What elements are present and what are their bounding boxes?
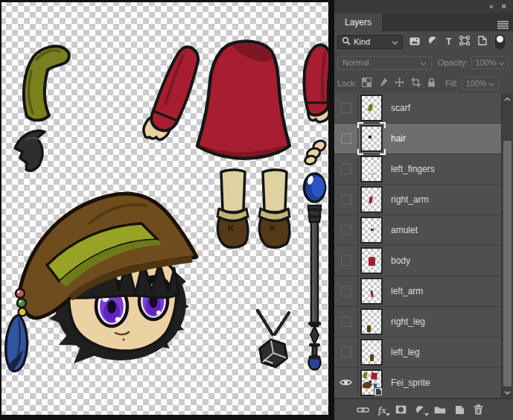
- layer-name[interactable]: left_leg: [391, 347, 420, 357]
- visibility-toggle[interactable]: [334, 185, 358, 214]
- visibility-toggle[interactable]: [334, 246, 358, 276]
- layer-thumbnail[interactable]: [360, 308, 383, 335]
- layer-name[interactable]: right_leg: [391, 316, 425, 327]
- new-adjustment-layer-icon[interactable]: [415, 405, 425, 415]
- filter-kind-dropdown[interactable]: Kind: [337, 35, 403, 49]
- visibility-toggle[interactable]: [334, 307, 358, 337]
- fill-value: 100%: [465, 79, 486, 88]
- eye-icon: [340, 376, 352, 389]
- canvas-border-top: [0, 0, 334, 2]
- layer-row-amulet[interactable]: amulet: [334, 215, 501, 246]
- scroll-up-icon[interactable]: [502, 94, 513, 104]
- lock-all-icon[interactable]: [427, 77, 436, 90]
- lock-transparent-pixels-icon[interactable]: [362, 77, 372, 90]
- layer-thumbnail[interactable]: [360, 186, 383, 213]
- smart-objects-filter-icon[interactable]: [478, 35, 487, 48]
- chevron-down-icon: [498, 58, 505, 67]
- photoshop-workspace: « ✕ Layers Kind: [0, 0, 513, 420]
- add-layer-mask-icon[interactable]: [395, 405, 407, 414]
- visibility-toggle[interactable]: [334, 276, 358, 306]
- layer-name[interactable]: left_fingers: [391, 164, 435, 174]
- hair-tuft-art: [15, 131, 45, 171]
- visibility-toggle[interactable]: [334, 154, 358, 184]
- adjustment-layers-filter-icon[interactable]: [428, 35, 438, 48]
- lock-artboard-nesting-icon[interactable]: [411, 77, 421, 90]
- layer-row-scarf[interactable]: scarf: [334, 93, 501, 124]
- panel-tabbar: Layers: [334, 13, 513, 31]
- fingers-art: [304, 139, 327, 166]
- type-layers-filter-icon[interactable]: T: [446, 37, 451, 46]
- left-arm-art: [144, 47, 198, 139]
- layer-styles-icon[interactable]: fx: [378, 405, 386, 415]
- layer-row-left-leg[interactable]: left_leg: [334, 337, 501, 368]
- filter-kind-label: Kind: [354, 37, 370, 46]
- lock-image-pixels-icon[interactable]: [378, 77, 388, 90]
- layer-thumbnail[interactable]: [360, 278, 383, 305]
- chevron-down-icon: [420, 58, 427, 67]
- scarf-art: [24, 46, 69, 120]
- tab-layers-label: Layers: [345, 17, 372, 28]
- canvas-border-left: [0, 0, 1, 420]
- layer-thumbnail[interactable]: [360, 339, 383, 366]
- visibility-toggle[interactable]: [334, 124, 358, 153]
- shape-layers-filter-icon[interactable]: [459, 35, 470, 48]
- visibility-toggle[interactable]: [334, 215, 358, 245]
- visibility-off-box: [341, 103, 351, 113]
- new-layer-icon[interactable]: [455, 405, 465, 415]
- thumbnail-select-bracket: [357, 122, 363, 128]
- document-canvas[interactable]: [0, 0, 334, 420]
- visibility-toggle[interactable]: [334, 368, 358, 398]
- dropdown-arrow-icon: [386, 413, 390, 416]
- visibility-off-box: [341, 225, 351, 235]
- fill-input[interactable]: 100%: [462, 77, 499, 90]
- link-layers-icon[interactable]: [357, 407, 369, 413]
- search-icon: [342, 36, 351, 47]
- visibility-off-box: [341, 347, 351, 357]
- pixel-layers-filter-icon[interactable]: [410, 35, 420, 48]
- delete-layer-icon[interactable]: [474, 404, 483, 415]
- close-panel-icon[interactable]: ✕: [501, 3, 507, 10]
- layer-name[interactable]: Fei_sprite: [391, 378, 430, 388]
- layer-name[interactable]: right_arm: [391, 194, 429, 205]
- layer-name[interactable]: body: [391, 255, 410, 266]
- lock-position-icon[interactable]: [395, 77, 404, 90]
- new-group-icon[interactable]: [434, 405, 446, 414]
- layer-thumbnail[interactable]: [360, 156, 383, 182]
- layer-list-scrollbar[interactable]: [501, 93, 513, 398]
- toggle-ball: [497, 36, 503, 42]
- thumbnail-select-bracket: [380, 149, 386, 155]
- collapse-panel-icon[interactable]: «: [489, 3, 494, 10]
- scroll-down-icon[interactable]: [502, 387, 513, 398]
- layer-name[interactable]: amulet: [391, 225, 418, 235]
- layer-row-right-leg[interactable]: right_leg: [334, 307, 501, 337]
- layer-name[interactable]: left_arm: [391, 286, 423, 296]
- tab-layers[interactable]: Layers: [334, 13, 382, 31]
- visibility-off-box: [341, 255, 351, 266]
- layer-row-hair[interactable]: hair: [334, 124, 501, 154]
- layer-thumbnail[interactable]: [360, 125, 383, 152]
- filtering-toggle[interactable]: [495, 34, 505, 49]
- blend-mode-dropdown[interactable]: Normal: [337, 56, 432, 70]
- scrollbar-thumb[interactable]: [503, 141, 512, 386]
- layer-thumbnail[interactable]: [360, 369, 383, 396]
- visibility-toggle[interactable]: [334, 337, 358, 367]
- visibility-off-box: [341, 286, 351, 296]
- opacity-input[interactable]: 100%: [471, 56, 509, 69]
- layer-name[interactable]: hair: [391, 133, 406, 144]
- layer-row-left-fingers[interactable]: left_fingers: [334, 154, 501, 185]
- layer-name[interactable]: scarf: [391, 103, 410, 113]
- layer-thumbnail[interactable]: [360, 217, 383, 244]
- blend-bar: Normal Opacity: 100%: [334, 52, 513, 73]
- layer-row-right-arm[interactable]: right_arm: [334, 185, 501, 215]
- panel-menu-icon[interactable]: [497, 19, 509, 32]
- layer-thumbnail[interactable]: [360, 247, 383, 274]
- visibility-toggle[interactable]: [334, 93, 358, 123]
- canvas-border-right: [328, 0, 334, 420]
- canvas-border-bottom: [0, 415, 334, 420]
- layer-row-body[interactable]: body: [334, 246, 501, 276]
- layer-row-left-arm[interactable]: left_arm: [334, 276, 501, 307]
- filter-bar: Kind T: [334, 31, 513, 52]
- tunic-art: [197, 41, 290, 158]
- layer-thumbnail[interactable]: [360, 95, 383, 121]
- layer-row-fei-sprite[interactable]: Fei_sprite: [334, 368, 501, 398]
